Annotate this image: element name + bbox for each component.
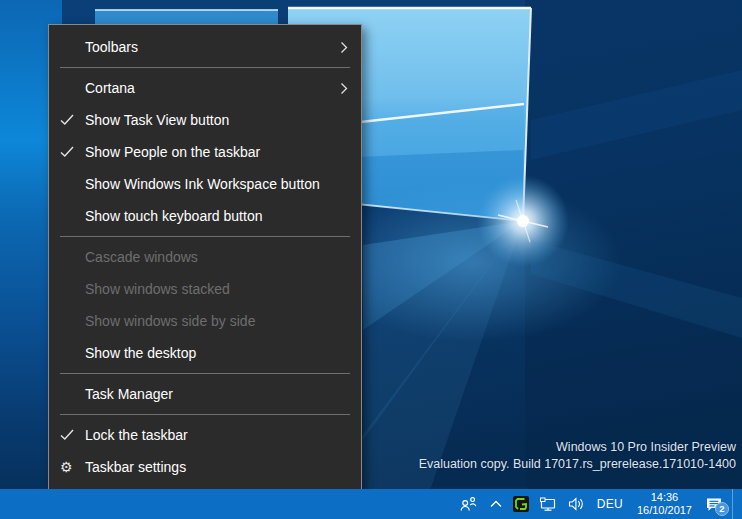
clock-date: 16/10/2017 <box>637 504 692 517</box>
menu-item-show-people-on-taskbar[interactable]: Show People on the taskbar <box>49 136 361 168</box>
menu-separator <box>60 373 350 374</box>
menu-item-toolbars[interactable]: Toolbars <box>49 31 361 63</box>
menu-item-show-windows-ink-workspace-button[interactable]: Show Windows Ink Workspace button <box>49 168 361 200</box>
checkmark-icon <box>60 419 80 451</box>
checkmark-icon <box>60 104 80 136</box>
menu-item-label: Show Windows Ink Workspace button <box>85 176 320 192</box>
show-desktop-button[interactable] <box>733 489 739 519</box>
volume-icon[interactable] <box>562 489 590 519</box>
menu-item-task-manager[interactable]: Task Manager <box>49 378 361 410</box>
menu-separator <box>60 236 350 237</box>
evaluation-watermark: Windows 10 Pro Insider Preview Evaluatio… <box>419 439 736 473</box>
menu-separator <box>60 414 350 415</box>
menu-item-label: Toolbars <box>85 39 138 55</box>
menu-item-show-windows-side-by-side: Show windows side by side <box>49 305 361 337</box>
greenshot-tray-icon[interactable] <box>508 489 534 519</box>
menu-item-show-windows-stacked: Show windows stacked <box>49 273 361 305</box>
menu-item-label: Task Manager <box>85 386 173 402</box>
menu-item-label: Show windows side by side <box>85 313 255 329</box>
menu-item-lock-the-taskbar[interactable]: Lock the taskbar <box>49 419 361 451</box>
gear-icon: ⚙ <box>60 451 80 483</box>
menu-separator <box>60 67 350 68</box>
system-tray: DEU 14:36 16/10/2017 2 <box>454 489 739 519</box>
menu-item-show-the-desktop[interactable]: Show the desktop <box>49 337 361 369</box>
chevron-right-icon <box>340 72 348 104</box>
menu-item-cascade-windows: Cascade windows <box>49 241 361 273</box>
action-center-icon[interactable]: 2 <box>699 489 732 519</box>
watermark-line2: Evaluation copy. Build 17017.rs_prerelea… <box>419 456 736 473</box>
menu-item-label: Cascade windows <box>85 249 198 265</box>
menu-item-show-task-view-button[interactable]: Show Task View button <box>49 104 361 136</box>
language-indicator[interactable]: DEU <box>590 489 630 519</box>
chevron-up-icon[interactable] <box>484 489 508 519</box>
menu-item-taskbar-settings[interactable]: ⚙ Taskbar settings <box>49 451 361 483</box>
menu-item-label: Show windows stacked <box>85 281 230 297</box>
menu-item-show-touch-keyboard-button[interactable]: Show touch keyboard button <box>49 200 361 232</box>
menu-item-label: Lock the taskbar <box>85 427 188 443</box>
menu-item-label: Show Task View button <box>85 112 229 128</box>
taskbar-context-menu: Toolbars Cortana Show Task View button S… <box>48 24 362 491</box>
menu-item-cortana[interactable]: Cortana <box>49 72 361 104</box>
taskbar-clock[interactable]: 14:36 16/10/2017 <box>630 491 699 517</box>
menu-item-label: Taskbar settings <box>85 459 186 475</box>
chevron-right-icon <box>340 31 348 63</box>
checkmark-icon <box>60 136 80 168</box>
menu-item-label: Show touch keyboard button <box>85 208 262 224</box>
taskbar[interactable]: DEU 14:36 16/10/2017 2 <box>0 489 742 519</box>
desktop: Windows 10 Pro Insider Preview Evaluatio… <box>0 0 742 519</box>
clock-time: 14:36 <box>637 491 692 504</box>
menu-item-label: Cortana <box>85 80 135 96</box>
people-icon[interactable] <box>454 489 484 519</box>
network-icon[interactable] <box>534 489 562 519</box>
notification-badge: 2 <box>715 502 729 516</box>
menu-item-label: Show People on the taskbar <box>85 144 260 160</box>
watermark-line1: Windows 10 Pro Insider Preview <box>419 439 736 456</box>
menu-item-label: Show the desktop <box>85 345 196 361</box>
